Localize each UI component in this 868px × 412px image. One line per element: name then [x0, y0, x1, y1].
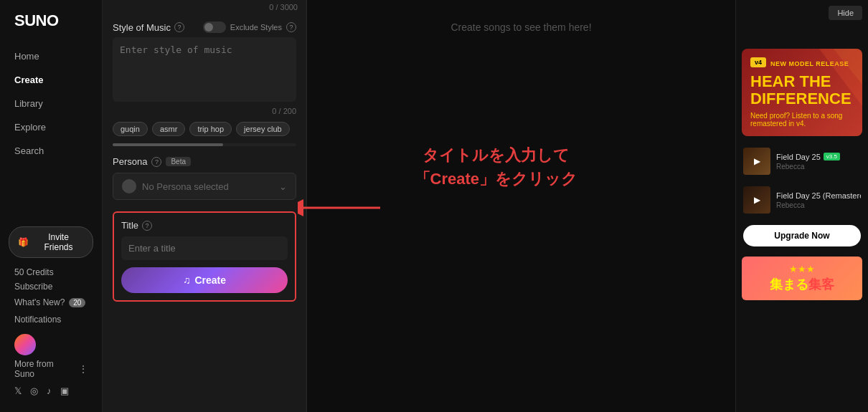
annotation-arrow: [298, 199, 384, 216]
more-from-suno[interactable]: More from Suno ⋮: [9, 357, 93, 381]
sidebar-item-create[interactable]: Create: [0, 68, 102, 92]
persona-select-left: No Persona selected: [122, 179, 229, 193]
create-button[interactable]: ♫ Create: [121, 267, 288, 293]
tag-trip-hop[interactable]: trip hop: [189, 122, 232, 136]
style-input[interactable]: [113, 37, 296, 102]
tags-scrollbar[interactable]: [113, 143, 296, 146]
right-sidebar: Hide v4 NEW MODEL RELEASE HEAR THE DIFFE…: [735, 0, 868, 412]
style-section-title: Style of Music ?: [113, 22, 184, 33]
song-info-0: Field Day 25 v3.5 Rebecca: [776, 153, 861, 171]
song-item-0[interactable]: ▶ Field Day 25 v3.5 Rebecca: [736, 142, 868, 181]
style-section-header: Style of Music ? Exclude Styles ?: [103, 14, 306, 37]
hide-button[interactable]: Hide: [829, 6, 862, 20]
tiktok-icon[interactable]: ♪: [47, 385, 52, 396]
song-info-1: Field Day 25 (Remastered) v4 Rebecca: [776, 191, 861, 209]
title-help-icon[interactable]: ?: [142, 221, 152, 231]
invite-icon: 🎁: [18, 237, 29, 247]
exclude-styles-toggle-area: Exclude Styles ?: [203, 21, 296, 33]
promo-banner: v4 NEW MODEL RELEASE HEAR THE DIFFERENCE…: [742, 49, 862, 136]
notifications-item[interactable]: Notifications: [9, 311, 93, 328]
sidebar-item-library[interactable]: Library: [0, 92, 102, 115]
v4-badge: v4: [750, 57, 766, 67]
title-label: Title ?: [121, 220, 288, 231]
persona-section: Persona ? Beta No Persona selected ⌄: [103, 149, 306, 206]
promo-decoration: [819, 49, 862, 106]
persona-select[interactable]: No Persona selected ⌄: [113, 173, 296, 200]
tag-asmr[interactable]: asmr: [152, 122, 185, 136]
logo: SUNO: [0, 11, 102, 44]
upgrade-button[interactable]: Upgrade Now: [743, 225, 861, 246]
style-char-count: 0 / 200: [103, 105, 306, 118]
empty-message: Create songs to see them here!: [450, 21, 591, 33]
title-section: Title ? ♫ Create: [113, 211, 296, 302]
persona-avatar: [122, 179, 136, 193]
promo-proof-text: Need proof? Listen to a song remastered …: [750, 112, 854, 128]
stars-row: ★★★: [749, 264, 855, 274]
annotation-text: タイトルを入力して 「Create」をクリック: [415, 143, 577, 191]
exclude-styles-toggle[interactable]: [203, 21, 226, 33]
style-help-icon[interactable]: ?: [174, 22, 184, 32]
play-icon-1: ▶: [754, 195, 760, 205]
whats-new-item[interactable]: What's New? 20: [9, 294, 93, 311]
play-overlay-0: ▶: [743, 148, 770, 175]
subscribe-link[interactable]: Subscribe: [9, 279, 93, 294]
instagram-icon[interactable]: ◎: [30, 385, 38, 396]
discord-icon[interactable]: ▣: [60, 385, 69, 396]
tag-jersey-club[interactable]: jersey club: [236, 122, 290, 136]
shuukyaku-banner: ★★★ 集まる集客: [742, 257, 862, 300]
twitter-icon[interactable]: 𝕏: [14, 385, 22, 396]
tag-guqin[interactable]: guqin: [113, 122, 148, 136]
style-tags-row: guqin asmr trip hop jersey club: [103, 118, 306, 140]
avatar[interactable]: [14, 334, 36, 355]
sidebar-bottom: 🎁 Invite Friends 50 Credits Subscribe Wh…: [0, 226, 102, 401]
play-icon-0: ▶: [754, 156, 760, 166]
shuukyaku-text: 集まる集客: [749, 276, 855, 293]
more-icon: ⋮: [79, 364, 88, 374]
create-panel: 0 / 3000 Style of Music ? Exclude Styles…: [103, 0, 307, 412]
sidebar: SUNO Home Create Library Explore Search …: [0, 0, 103, 412]
whats-new-badge: 20: [69, 298, 85, 307]
main-nav: Home Create Library Explore Search: [0, 44, 102, 163]
song-thumbnail-0: ▶: [743, 148, 770, 175]
song-title-1: Field Day 25 (Remastered) v4: [776, 191, 861, 200]
invite-friends-button[interactable]: 🎁 Invite Friends: [9, 226, 93, 258]
song-title-0: Field Day 25 v3.5: [776, 153, 861, 161]
social-links: 𝕏 ◎ ♪ ▣: [9, 381, 93, 401]
version-badge-0: v3.5: [824, 153, 840, 161]
lyrics-char-count: 0 / 3000: [103, 0, 306, 14]
song-artist-1: Rebecca: [776, 201, 861, 209]
credits-display: 50 Credits: [9, 265, 93, 279]
music-note-icon: ♫: [183, 274, 191, 286]
play-overlay-1: ▶: [743, 186, 770, 214]
tags-scrollbar-thumb: [113, 143, 223, 146]
song-artist-0: Rebecca: [776, 163, 861, 171]
exclude-help-icon[interactable]: ?: [286, 22, 296, 32]
song-item-1[interactable]: ▶ Field Day 25 (Remastered) v4 Rebecca: [736, 181, 868, 219]
persona-help-icon[interactable]: ?: [151, 157, 161, 167]
chevron-down-icon: ⌄: [279, 181, 287, 192]
song-thumbnail-1: ▶: [743, 186, 770, 214]
sidebar-item-search[interactable]: Search: [0, 139, 102, 163]
persona-title: Persona ? Beta: [113, 156, 296, 167]
title-input[interactable]: [121, 236, 288, 260]
content-area: Create songs to see them here! タイトルを入力して…: [307, 0, 735, 412]
sidebar-item-home[interactable]: Home: [0, 44, 102, 68]
beta-badge: Beta: [166, 157, 191, 166]
sidebar-item-explore[interactable]: Explore: [0, 115, 102, 139]
